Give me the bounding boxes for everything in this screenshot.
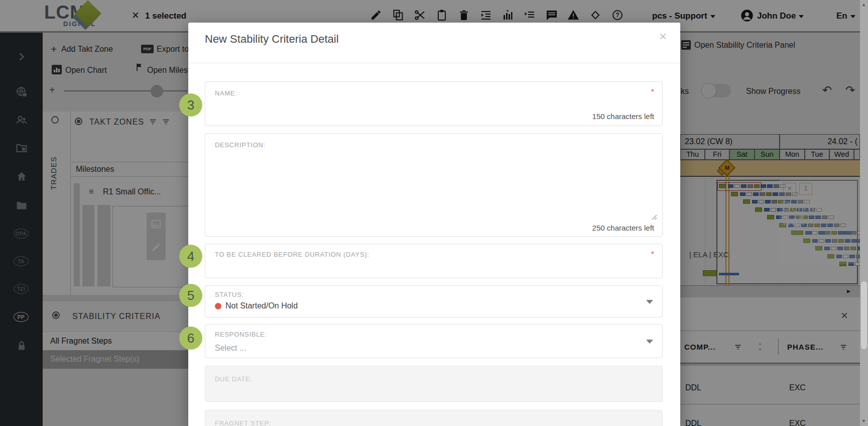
scroll-down-icon[interactable]: ▼ <box>861 418 866 423</box>
fragnet-step-label: FRAGNET STEP: <box>215 419 271 426</box>
modal-title: New Stability Criteria Detail <box>205 33 339 46</box>
scrollbar-thumb[interactable] <box>861 281 867 349</box>
due-date-field: DUE DATE: <box>205 366 663 402</box>
due-date-label: DUE DATE: <box>215 375 253 383</box>
vertical-scrollbar[interactable]: ▲ ▼ <box>860 0 868 426</box>
chevron-down-icon[interactable] <box>646 300 653 304</box>
tutorial-step-badge: 3 <box>179 93 202 117</box>
name-label: NAME: <box>215 89 237 97</box>
chevron-down-icon[interactable] <box>646 340 653 344</box>
tutorial-step-badge: 4 <box>179 245 202 268</box>
duration-field[interactable]: TO BE CLEARED BEFORE DURATION (DAYS): * <box>205 244 663 278</box>
new-stability-criteria-modal: New Stability Criteria Detail × NAME: * … <box>188 23 680 426</box>
status-select[interactable]: STATUS: Not Started/On Hold <box>205 285 663 317</box>
modal-close-icon[interactable]: × <box>659 29 667 44</box>
responsible-placeholder: Select ... <box>215 344 246 353</box>
status-label: STATUS: <box>215 291 244 298</box>
fragnet-step-field: FRAGNET STEP: <box>205 410 663 426</box>
duration-label: TO BE CLEARED BEFORE DURATION (DAYS): <box>215 251 369 258</box>
description-field[interactable]: DESCRIPTION: 250 characters left <box>205 133 663 237</box>
app-root: LCM DIGITAL ✕ 1 selected ? pcs - Support <box>0 0 868 426</box>
name-counter: 150 characters left <box>592 112 654 121</box>
responsible-label: RESPONSIBLE: <box>215 331 267 338</box>
description-counter: 250 characters left <box>592 224 654 232</box>
tutorial-step-badge: 6 <box>179 327 202 350</box>
divider <box>188 63 680 63</box>
tutorial-step-badge: 5 <box>179 284 202 307</box>
required-marker: * <box>651 88 654 97</box>
resize-handle-icon[interactable] <box>651 214 657 220</box>
responsible-select[interactable]: RESPONSIBLE: Select ... <box>205 324 663 358</box>
scroll-up-icon[interactable]: ▲ <box>861 2 866 7</box>
description-label: DESCRIPTION: <box>215 141 266 149</box>
status-value: Not Started/On Hold <box>225 301 298 310</box>
name-field[interactable]: NAME: * 150 characters left <box>205 81 663 126</box>
required-marker: * <box>651 250 654 259</box>
status-dot-icon <box>215 303 221 309</box>
